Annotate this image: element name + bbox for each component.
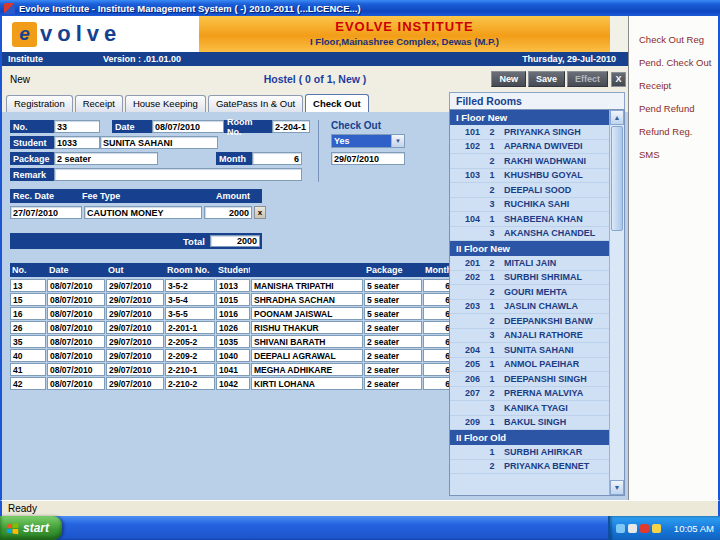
new-button[interactable]: New (491, 71, 526, 87)
filled-room-row[interactable]: 2DEEPALI SOOD (450, 183, 609, 198)
month-field[interactable]: 6 (252, 152, 302, 165)
cell[interactable]: SHIVANI BARATH (251, 335, 363, 348)
cell[interactable]: 29/07/2010 (106, 363, 164, 376)
fee-type-field[interactable]: CAUTION MONEY (84, 206, 202, 219)
cell[interactable]: DEEPALI AGRAWAL (251, 349, 363, 362)
cell[interactable]: 1040 (216, 349, 250, 362)
cell[interactable]: 2 seater (364, 349, 422, 362)
scrollbar[interactable]: ▲ ▼ (609, 110, 624, 495)
filled-room-row[interactable]: 2041SUNITA SAHANI (450, 343, 609, 358)
chevron-down-icon[interactable]: ▼ (391, 135, 404, 147)
scrollbar-down-icon[interactable]: ▼ (610, 480, 624, 495)
fee-date-field[interactable]: 27/07/2010 (10, 206, 82, 219)
cell[interactable]: SHRADHA SACHAN (251, 293, 363, 306)
scrollbar-thumb[interactable] (611, 126, 623, 231)
filled-room-row[interactable]: 2RAKHI WADHWANI (450, 154, 609, 169)
cell[interactable]: 29/07/2010 (106, 321, 164, 334)
cell[interactable]: 5 seater (364, 293, 422, 306)
nav-refund-reg[interactable]: Refund Reg. (629, 120, 718, 143)
filled-room-row[interactable]: 2PRIYANKA BENNET (450, 460, 609, 475)
filled-room-row[interactable]: 2DEEPANKSHI BANW (450, 314, 609, 329)
cell[interactable]: 42 (10, 377, 46, 390)
cell[interactable]: 29/07/2010 (106, 279, 164, 292)
package-field[interactable]: 2 seater (54, 152, 158, 165)
cell[interactable]: 29/07/2010 (106, 307, 164, 320)
scrollbar-up-icon[interactable]: ▲ (610, 110, 624, 125)
cell[interactable]: 08/07/2010 (47, 293, 105, 306)
room-no-field[interactable]: 2-204-1 (272, 120, 310, 133)
tab-check-out[interactable]: Check Out (305, 94, 369, 112)
cell[interactable]: 3-5-2 (165, 279, 215, 292)
date-field[interactable]: 08/07/2010 (152, 120, 224, 133)
cell[interactable]: RISHU THAKUR (251, 321, 363, 334)
cell[interactable]: MEGHA ADHIKARE (251, 363, 363, 376)
save-button[interactable]: Save (528, 71, 565, 87)
cell[interactable]: 29/07/2010 (106, 335, 164, 348)
fee-amount-field[interactable]: 2000 (204, 206, 252, 219)
tray-volume-icon[interactable] (628, 524, 637, 533)
nav-sms[interactable]: SMS (629, 143, 718, 166)
scrollbar-track[interactable] (610, 232, 624, 480)
cell[interactable]: 08/07/2010 (47, 321, 105, 334)
filled-room-row[interactable]: 3RUCHIKA SAHI (450, 198, 609, 213)
nav-check-out-reg[interactable]: Check Out Reg (629, 28, 718, 51)
cell[interactable]: 3-5-5 (165, 307, 215, 320)
cell[interactable]: 15 (10, 293, 46, 306)
nav-pend-check-out[interactable]: Pend. Check Out (629, 51, 718, 74)
cell[interactable]: 1026 (216, 321, 250, 334)
cell[interactable]: 08/07/2010 (47, 363, 105, 376)
cell[interactable]: 2-201-1 (165, 321, 215, 334)
cell[interactable]: 2-209-2 (165, 349, 215, 362)
cell[interactable]: POONAM JAISWAL (251, 307, 363, 320)
cell[interactable]: 40 (10, 349, 46, 362)
cell[interactable]: 2-210-1 (165, 363, 215, 376)
cell[interactable]: 13 (10, 279, 46, 292)
filled-room-row[interactable]: 2051ANMOL PAEIHAR (450, 358, 609, 373)
filled-room-row[interactable]: 3AKANSHA CHANDEL (450, 227, 609, 242)
filled-room-row[interactable]: 3KANIKA TYAGI (450, 401, 609, 416)
tab-gatepass-in-out[interactable]: GatePass In & Out (208, 95, 303, 112)
filled-room-row[interactable]: 1012PRIYANKA SINGH (450, 125, 609, 140)
filled-room-row[interactable]: 2012MITALI JAIN (450, 256, 609, 271)
filled-room-row[interactable]: 2072PRERNA MALVIYA (450, 387, 609, 402)
fee-delete-button[interactable]: x (254, 206, 266, 219)
cell[interactable]: 2-205-2 (165, 335, 215, 348)
cell[interactable]: 5 seater (364, 279, 422, 292)
cell[interactable]: 5 seater (364, 307, 422, 320)
filled-room-row[interactable]: 2031JASLIN CHAWLA (450, 300, 609, 315)
filled-room-row[interactable]: 1041SHABEENA KHAN (450, 212, 609, 227)
checkout-select[interactable]: Yes ▼ (331, 134, 405, 148)
cell[interactable]: 3-5-4 (165, 293, 215, 306)
cell[interactable]: 35 (10, 335, 46, 348)
cell[interactable]: 29/07/2010 (106, 293, 164, 306)
cell[interactable]: 16 (10, 307, 46, 320)
cell[interactable]: 1035 (216, 335, 250, 348)
cell[interactable]: 2 seater (364, 363, 422, 376)
cell[interactable]: 29/07/2010 (106, 349, 164, 362)
close-form-button[interactable]: X (611, 72, 626, 87)
cell[interactable]: 2-210-2 (165, 377, 215, 390)
remark-field[interactable] (54, 168, 302, 181)
student-id-field[interactable]: 1033 (54, 136, 100, 149)
nav-receipt[interactable]: Receipt (629, 74, 718, 97)
filled-room-row[interactable]: 2021SURBHI SHRIMAL (450, 271, 609, 286)
cell[interactable]: 1015 (216, 293, 250, 306)
cell[interactable]: 2 seater (364, 321, 422, 334)
cell[interactable]: KIRTI LOHANA (251, 377, 363, 390)
filled-room-row[interactable]: 2GOURI MEHTA (450, 285, 609, 300)
tray-network-icon[interactable] (652, 524, 661, 533)
cell[interactable]: 1042 (216, 377, 250, 390)
cell[interactable]: 08/07/2010 (47, 307, 105, 320)
tray-messenger-icon[interactable] (616, 524, 625, 533)
checkout-date-field[interactable]: 29/07/2010 (331, 152, 405, 165)
tray-antivirus-icon[interactable] (640, 524, 649, 533)
filled-room-row[interactable]: 3ANJALI RATHORE (450, 329, 609, 344)
no-field[interactable]: 33 (54, 120, 100, 133)
cell[interactable]: 29/07/2010 (106, 377, 164, 390)
cell[interactable]: 1013 (216, 279, 250, 292)
cell[interactable]: 08/07/2010 (47, 279, 105, 292)
cell[interactable]: 2 seater (364, 377, 422, 390)
filled-room-row[interactable]: 2091BAKUL SINGH (450, 416, 609, 431)
filled-room-row[interactable]: 1SURBHI AHIRKAR (450, 445, 609, 460)
start-button[interactable]: start (0, 516, 62, 540)
